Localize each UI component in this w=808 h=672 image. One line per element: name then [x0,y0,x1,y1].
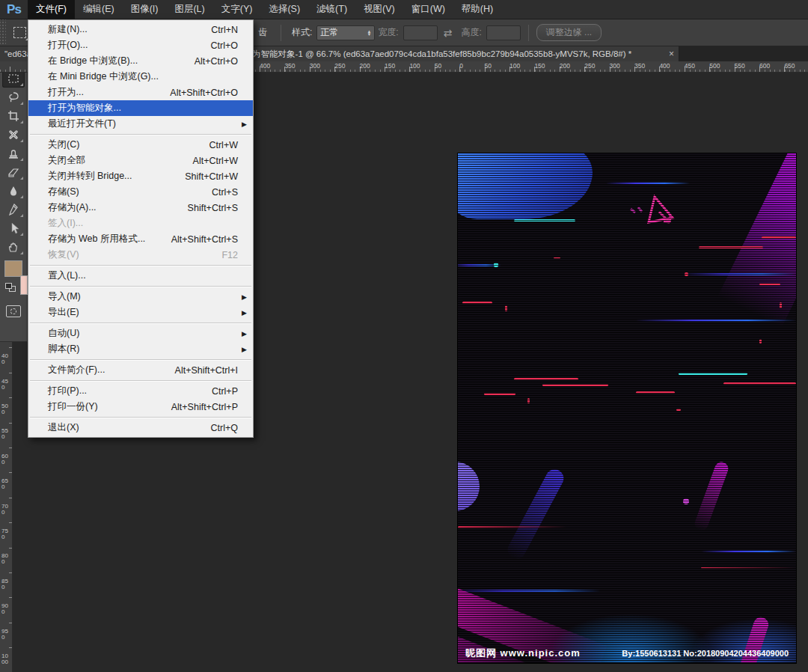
file-menu-item[interactable]: 退出(X) Ctrl+Q [28,420,253,436]
file-menu-item[interactable]: 关闭并转到 Bridge... Shift+Ctrl+W [28,168,253,184]
file-menu-item[interactable]: 脚本(R) ▶ [28,341,253,357]
file-menu-item[interactable] [28,132,253,137]
artwork-indigo-bar [504,466,566,562]
menubar-item[interactable]: 视图(V) [355,0,403,19]
foreground-color-swatch[interactable] [4,260,22,277]
menubar-item[interactable]: 帮助(H) [453,0,501,19]
file-menu-item[interactable]: 打印一份(Y) Alt+Shift+Ctrl+P [28,399,253,415]
file-menu-item[interactable]: 存储为(A)... Shift+Ctrl+S [28,200,253,216]
artwork-line [458,590,600,592]
menubar-item[interactable]: 选择(S) [260,0,308,19]
artwork-line [682,273,796,275]
ruler-label: 950 [1,629,8,641]
menubar-item[interactable]: 窗口(W) [403,0,453,19]
style-select[interactable]: 正常 ▲▼ [316,25,375,40]
artwork-line [762,236,796,239]
menubar-item[interactable]: 滤镜(T) [308,0,355,19]
ruler-label: 800 [1,553,8,565]
width-field[interactable] [403,25,438,40]
ruler-label: 150 [385,62,395,70]
quick-mask-button[interactable] [6,305,21,317]
swap-dimensions-icon[interactable]: ⇄ [444,27,453,39]
file-menu-item[interactable] [28,263,253,268]
file-menu-item[interactable]: 导出(E) ▶ [28,305,253,320]
ruler-label: 350 [284,62,295,70]
artwork-line [699,246,763,248]
healing-brush-tool[interactable] [2,125,25,144]
crop-tool[interactable] [2,106,25,125]
menubar-item[interactable]: 图像(I) [123,0,167,19]
file-menu-item[interactable] [28,357,253,362]
artwork-line [723,382,796,385]
file-menu-item[interactable]: 打印(P)... Ctrl+P [28,383,253,399]
ruler-label: 200 [360,62,370,70]
file-menu-item[interactable]: 恢复(V) F12 [28,247,253,263]
ruler-label: 350 [634,62,645,70]
file-menu-item[interactable]: 签入(I)... [28,216,253,231]
direct-selection-tool[interactable] [2,219,25,237]
file-menu-item[interactable]: 文件简介(F)... Alt+Shift+Ctrl+I [28,362,253,378]
file-menu-item[interactable]: 在 Bridge 中浏览(B)... Alt+Ctrl+O [28,53,253,69]
file-menu-item[interactable] [28,378,253,383]
file-menu-item[interactable]: 最近打开文件(T) ▶ [28,116,253,132]
ruler-label: 550 [1,428,8,440]
options-divider [528,25,529,41]
document-canvas[interactable]: 昵图网 www.nipic.com By:1550613131 No:20180… [458,153,796,663]
menubar-item[interactable]: 图层(L) [166,0,212,19]
file-menu-item[interactable]: 导入(M) ▶ [28,289,253,305]
blur-tool[interactable] [2,181,25,200]
file-menu-item[interactable] [28,284,253,289]
file-menu-item[interactable]: 自动(U) ▶ [28,326,253,341]
watermark-id: By:1550613131 No:20180904204436409000 [622,649,789,658]
options-divider [281,25,281,41]
eraser-tool[interactable] [2,162,25,181]
artwork-magenta-band [713,153,796,337]
lasso-tool[interactable] [2,88,25,106]
artwork-blue-blob [458,153,593,219]
artwork-line [636,320,796,322]
file-menu-item[interactable]: 打开为... Alt+Shift+Ctrl+O [28,85,253,100]
photoshop-window: Ps 文件(F) 编辑(E) 图像(I) 图层(L) 文字 [0,0,808,672]
default-colors-icon[interactable] [5,283,16,292]
menubar-item[interactable]: 编辑(E) [75,0,123,19]
file-menu-item[interactable]: 新建(N)... Ctrl+N [28,22,253,37]
file-menu-item[interactable]: 打开(O)... Ctrl+O [28,37,253,53]
hand-tool[interactable] [2,237,25,256]
ruler-label: 200 [560,62,570,70]
artwork-magenta-bar [693,460,730,532]
style-label: 样式: [292,26,312,39]
menubar-item[interactable]: 文字(Y) [213,0,261,19]
ruler-label: 450 [685,62,695,70]
file-menu-item[interactable] [28,320,253,326]
submenu-arrow-icon: ▶ [238,293,247,301]
ruler-label: 500 [709,62,720,70]
ruler-label: 100 [409,62,420,70]
file-menu-item[interactable]: 打开为智能对象... [28,100,253,116]
artwork-line [759,284,780,285]
file-menu-item[interactable]: 在 Mini Bridge 中浏览(G)... [28,69,253,85]
artwork-triangle-arrow [626,192,680,234]
file-menu-item[interactable]: 存储(S) Ctrl+S [28,184,253,200]
file-menu-item[interactable]: 关闭全部 Alt+Ctrl+W [28,153,253,168]
artwork-dot [505,305,507,311]
clone-stamp-tool[interactable] [2,144,25,162]
ruler-label: 600 [1,453,8,465]
ruler-label: 650 [784,62,795,70]
menubar-item[interactable]: 文件(F) [28,0,75,19]
close-tab-icon[interactable]: × [669,49,674,59]
spinner-icon: ▲▼ [367,30,371,36]
artwork-line [554,257,560,259]
file-menu-item[interactable]: 关闭(C) Ctrl+W [28,137,253,153]
submenu-arrow-icon: ▶ [238,330,247,337]
artwork-line [679,373,747,375]
file-menu-item[interactable] [28,415,253,420]
height-field[interactable] [486,25,521,40]
background-color-swatch[interactable] [20,275,28,295]
pen-tool[interactable] [2,200,25,219]
file-menu-item[interactable]: 置入(L)... [28,268,253,284]
tool-preset-icon[interactable] [13,27,26,38]
ruler-label: 400 [1,353,8,365]
ruler-label: 150 [534,62,545,70]
file-menu-item[interactable]: 存储为 Web 所用格式... Alt+Shift+Ctrl+S [28,231,253,247]
refine-edge-button[interactable]: 调整边缘 ... [536,24,602,41]
